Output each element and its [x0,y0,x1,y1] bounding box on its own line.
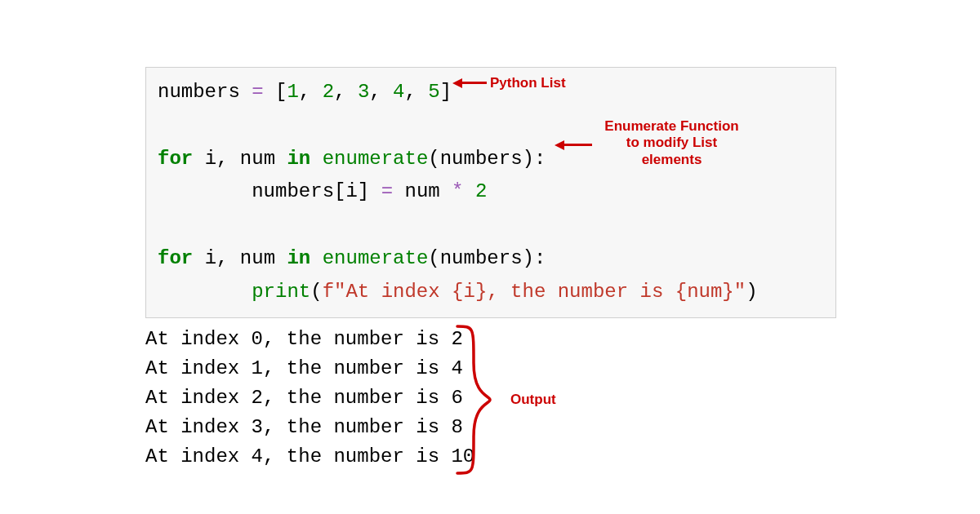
output-line: At index 1, the number is 4 [145,357,463,379]
arrow-left-icon [555,140,564,150]
output-block: At index 0, the number is 2 At index 1, … [145,325,474,472]
output-line: At index 0, the number is 2 [145,328,463,350]
arrow-left-icon [452,78,462,88]
annotation-enumerate: Enumerate Function to modify List elemen… [600,118,743,168]
code-var: numbers [158,81,240,103]
annotation-output: Output [510,392,556,408]
arrow-line-icon [462,82,487,84]
output-line: At index 3, the number is 8 [145,416,463,438]
annotation-python-list: Python List [490,75,566,91]
arrow-line-icon [564,144,592,146]
output-line: At index 4, the number is 10 [145,445,474,467]
code-block: numbers = [1, 2, 3, 4, 5] for i, num in … [145,67,836,318]
output-line: At index 2, the number is 6 [145,387,463,409]
brace-icon [453,322,494,477]
